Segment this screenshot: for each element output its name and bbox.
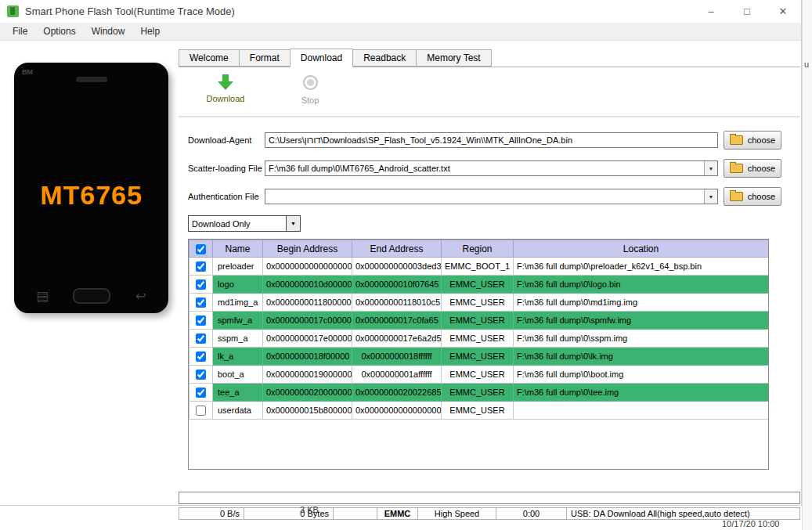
partition-row: userdata0x000000015b8000000x000000000000… — [189, 402, 769, 420]
auth-file-combo[interactable]: ▼ — [265, 189, 718, 204]
cell-region: EMMC_USER — [442, 402, 514, 420]
stop-icon — [303, 75, 318, 90]
partition-checkbox[interactable] — [196, 352, 206, 362]
download-agent-input[interactable]: C:\Users\דורון\Downloads\SP_Flash_Tool_v… — [265, 132, 718, 148]
cell-name: lk_a — [213, 348, 263, 366]
phone-model-label: MT6765 — [14, 180, 168, 211]
partition-checkbox[interactable] — [196, 406, 206, 416]
cell-name: tee_a — [213, 384, 263, 402]
download-mode-value: Download Only — [192, 219, 251, 229]
tab-format[interactable]: Format — [239, 49, 291, 67]
chevron-down-icon[interactable]: ▼ — [286, 216, 300, 231]
download-agent-value: C:\Users\דורון\Downloads\SP_Flash_Tool_v… — [269, 135, 572, 145]
partition-row: spmfw_a0x0000000017c000000x0000000017c0f… — [189, 312, 769, 330]
partition-checkbox[interactable] — [196, 297, 206, 308]
tab-welcome[interactable]: Welcome — [179, 49, 240, 67]
menu-file[interactable]: File — [5, 23, 35, 40]
status-blank — [333, 507, 377, 520]
cell-region: EMMC_USER — [442, 330, 514, 348]
background-file-size-text: 3 KB — [300, 505, 319, 514]
cell-name: logo — [213, 276, 263, 294]
cell-region: EMMC_USER — [442, 294, 514, 312]
close-button[interactable]: ✕ — [765, 0, 801, 23]
download-icon-head — [218, 81, 233, 90]
minimize-button[interactable]: – — [693, 0, 729, 23]
scatter-file-row: Scatter-loading File F:\m36 full dump\0\… — [188, 159, 800, 178]
phone-back-icon: ↩ — [135, 290, 146, 303]
partition-checkbox[interactable] — [196, 261, 206, 272]
folder-icon — [730, 164, 743, 173]
cell-name: md1img_a — [213, 294, 263, 312]
download-button[interactable]: Download — [196, 73, 255, 116]
row-checkbox-cell — [189, 258, 213, 276]
status-bytes: 0 Bytes — [244, 507, 334, 520]
partition-checkbox[interactable] — [196, 279, 206, 290]
cell-loc: F:\m36 full dump\0\logo.bin — [514, 276, 769, 294]
header-region: Region — [442, 240, 514, 258]
title-bar: Smart Phone Flash Tool(Runtime Trace Mod… — [0, 0, 801, 23]
partition-row: lk_a0x0000000018f000000x0000000018ffffff… — [189, 348, 769, 366]
menu-options[interactable]: Options — [35, 23, 83, 40]
toolbar: Download Stop — [179, 67, 800, 117]
download-button-label: Download — [196, 94, 255, 103]
cell-begin: 0x0000000019000000 — [263, 366, 352, 384]
select-all-checkbox[interactable] — [196, 244, 206, 254]
cell-begin: 0x0000000018f00000 — [263, 348, 352, 366]
cell-name: userdata — [213, 402, 263, 420]
cell-region: EMMC_USER — [442, 384, 514, 402]
row-checkbox-cell — [189, 348, 213, 366]
row-checkbox-cell — [189, 366, 213, 384]
app-window: Smart Phone Flash Tool(Runtime Trace Mod… — [0, 0, 802, 506]
download-agent-choose-button[interactable]: choose — [724, 131, 781, 150]
auth-file-row: Authentication File ▼ choose — [188, 187, 800, 206]
cell-end: 0x0000000020022685 — [352, 384, 442, 402]
partition-checkbox[interactable] — [196, 334, 206, 344]
phone-speaker — [76, 77, 107, 82]
folder-icon — [730, 135, 743, 145]
auth-file-label: Authentication File — [188, 192, 265, 201]
background-edge-text: u — [804, 59, 809, 69]
row-checkbox-cell — [189, 276, 213, 294]
menu-window[interactable]: Window — [84, 23, 133, 40]
chevron-down-icon[interactable]: ▼ — [704, 189, 717, 204]
cell-begin: 0x000000015b800000 — [263, 402, 352, 420]
window-title: Smart Phone Flash Tool(Runtime Trace Mod… — [25, 5, 235, 17]
cell-begin: 0x0000000011800000 — [263, 294, 352, 312]
stop-button-label: Stop — [280, 96, 340, 105]
partition-row: tee_a0x00000000200000000x000000002002268… — [189, 384, 769, 402]
chevron-down-icon[interactable]: ▼ — [704, 161, 717, 175]
menu-help[interactable]: Help — [132, 23, 168, 40]
cell-end: 0x0000000017e6a2d5 — [352, 330, 442, 348]
tab-strip: Welcome Format Download Readback Memory … — [179, 49, 800, 67]
phone-nav-bar: ▤ ↩ — [14, 288, 168, 304]
download-mode-select[interactable]: Download Only ▼ — [188, 215, 301, 232]
phone-illustration: BM MT6765 ▤ ↩ — [14, 63, 168, 313]
partition-row: logo0x0000000010d000000x0000000010f07645… — [189, 276, 769, 294]
cell-loc: F:\m36 full dump\0\tee.img — [514, 384, 769, 402]
tab-memory-test[interactable]: Memory Test — [416, 49, 491, 67]
auth-choose-button[interactable]: choose — [724, 187, 781, 206]
scatter-file-combo[interactable]: F:\m36 full dump\0\MT6765_Android_scatte… — [265, 160, 718, 176]
background-window-edge — [802, 0, 812, 530]
cell-end: 0x0000000017c0fa65 — [352, 312, 442, 330]
cell-region: EMMC_BOOT_1 — [442, 258, 514, 276]
cell-name: sspm_a — [213, 330, 263, 348]
status-speed: 0 B/s — [179, 507, 244, 520]
partition-checkbox[interactable] — [196, 370, 206, 380]
cell-begin: 0x0000000000000000 — [263, 258, 352, 276]
progress-bar — [179, 492, 800, 504]
choose-button-label: choose — [748, 164, 775, 173]
tab-download[interactable]: Download — [290, 49, 353, 67]
partition-checkbox[interactable] — [196, 388, 206, 398]
cell-end: 0x0000000010f07645 — [352, 276, 442, 294]
form-section: Download-Agent C:\Users\דורון\Downloads\… — [179, 117, 800, 206]
download-agent-label: Download-Agent — [188, 135, 265, 145]
maximize-button[interactable]: □ — [729, 0, 765, 23]
cell-loc: F:\m36 full dump\0\md1img.img — [514, 294, 769, 312]
tab-readback[interactable]: Readback — [352, 49, 417, 67]
stop-button[interactable]: Stop — [280, 73, 340, 116]
partition-checkbox[interactable] — [196, 315, 206, 326]
scatter-choose-button[interactable]: choose — [724, 159, 781, 178]
background-timestamp-text: 10/17/20 10:00 — [722, 519, 779, 528]
cell-begin: 0x0000000010d00000 — [263, 276, 352, 294]
